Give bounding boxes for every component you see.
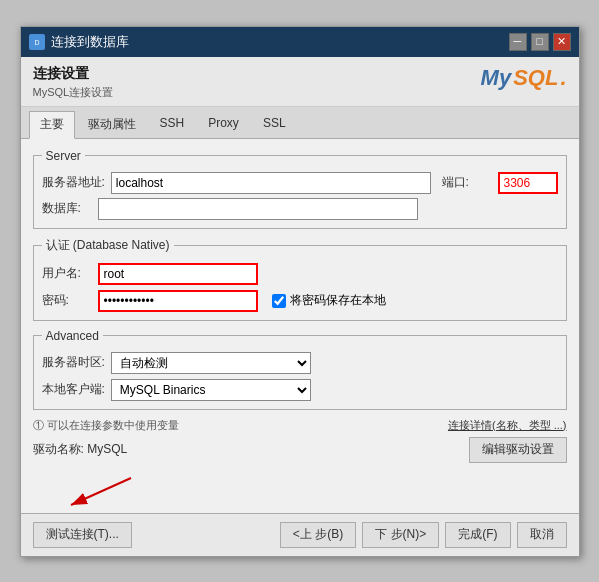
test-connection-button[interactable]: 测试连接(T)... (33, 522, 132, 548)
password-label: 密码: (42, 292, 92, 309)
port-input[interactable] (498, 172, 558, 194)
footer-right: <上 步(B) 下 步(N)> 完成(F) 取消 (280, 522, 567, 548)
local-client-label: 本地客户端: (42, 381, 105, 398)
logo-sql: SQL (513, 65, 558, 91)
port-label: 端口: (442, 174, 492, 191)
tab-main[interactable]: 主要 (29, 111, 75, 139)
tab-proxy[interactable]: Proxy (197, 111, 250, 138)
server-zone-row: 服务器时区: 自动检测 UTC Asia/Shanghai (42, 352, 558, 374)
save-password-checkbox[interactable] (272, 294, 286, 308)
tab-ssh[interactable]: SSH (149, 111, 196, 138)
auth-legend: 认证 (Database Native) (42, 237, 174, 254)
header-section: 连接设置 MySQL连接设置 MySQL. (21, 57, 579, 107)
edit-driver-button[interactable]: 编辑驱动设置 (469, 437, 567, 463)
local-client-select[interactable]: MySQL Binarics MariaDB (111, 379, 311, 401)
connection-details-link[interactable]: 连接详情(名称、类型 ...) (448, 418, 567, 433)
server-legend: Server (42, 149, 85, 163)
main-window: D 连接到数据库 ─ □ ✕ 连接设置 MySQL连接设置 MySQL. 主要 … (20, 26, 580, 557)
server-fieldset: Server 服务器地址: 端口: 数据库: (33, 149, 567, 229)
save-password-row: 将密码保存在本地 (272, 292, 386, 309)
database-label: 数据库: (42, 200, 92, 217)
main-content: Server 服务器地址: 端口: 数据库: 认证 (Database Nati… (21, 139, 579, 473)
title-bar-left: D 连接到数据库 (29, 33, 129, 51)
finish-button[interactable]: 完成(F) (445, 522, 510, 548)
prev-step-button[interactable]: <上 步(B) (280, 522, 356, 548)
arrow-icon (41, 473, 161, 513)
password-row: 密码: 将密码保存在本地 (42, 290, 558, 312)
page-subtitle: MySQL连接设置 (33, 85, 114, 100)
maximize-button[interactable]: □ (531, 33, 549, 51)
cancel-button[interactable]: 取消 (517, 522, 567, 548)
server-address-row: 服务器地址: 端口: (42, 172, 558, 194)
app-icon: D (29, 34, 45, 50)
server-zone-select[interactable]: 自动检测 UTC Asia/Shanghai (111, 352, 311, 374)
tab-ssl[interactable]: SSL (252, 111, 297, 138)
info-row: ① 可以在连接参数中使用变量 连接详情(名称、类型 ...) (33, 418, 567, 433)
server-address-label: 服务器地址: (42, 174, 105, 191)
database-input[interactable] (98, 198, 418, 220)
close-button[interactable]: ✕ (553, 33, 571, 51)
svg-text:D: D (34, 39, 39, 46)
logo-my: My (481, 65, 512, 91)
advanced-legend: Advanced (42, 329, 103, 343)
title-controls: ─ □ ✕ (509, 33, 571, 51)
footer: 测试连接(T)... <上 步(B) 下 步(N)> 完成(F) 取消 (21, 513, 579, 556)
database-row: 数据库: (42, 198, 558, 220)
server-address-input[interactable] (111, 172, 431, 194)
username-row: 用户名: (42, 263, 558, 285)
window-title: 连接到数据库 (51, 33, 129, 51)
username-label: 用户名: (42, 265, 92, 282)
arrow-area (21, 473, 579, 513)
mysql-logo: MySQL. (481, 65, 567, 91)
next-step-button[interactable]: 下 步(N)> (362, 522, 439, 548)
header-text: 连接设置 MySQL连接设置 (33, 65, 114, 100)
page-title: 连接设置 (33, 65, 114, 83)
variables-hint: ① 可以在连接参数中使用变量 (33, 418, 179, 433)
save-password-label: 将密码保存在本地 (290, 292, 386, 309)
driver-row: 驱动名称: MySQL 编辑驱动设置 (33, 437, 567, 463)
tab-bar: 主要 驱动属性 SSH Proxy SSL (21, 107, 579, 139)
password-input[interactable] (98, 290, 258, 312)
svg-line-3 (71, 478, 131, 505)
driver-label: 驱动名称: MySQL (33, 441, 128, 458)
server-zone-label: 服务器时区: (42, 354, 105, 371)
minimize-button[interactable]: ─ (509, 33, 527, 51)
title-bar: D 连接到数据库 ─ □ ✕ (21, 27, 579, 57)
footer-left: 测试连接(T)... (33, 522, 132, 548)
username-input[interactable] (98, 263, 258, 285)
tab-driver-props[interactable]: 驱动属性 (77, 111, 147, 138)
local-client-row: 本地客户端: MySQL Binarics MariaDB (42, 379, 558, 401)
advanced-fieldset: Advanced 服务器时区: 自动检测 UTC Asia/Shanghai 本… (33, 329, 567, 410)
auth-fieldset: 认证 (Database Native) 用户名: 密码: 将密码保存在本地 (33, 237, 567, 321)
